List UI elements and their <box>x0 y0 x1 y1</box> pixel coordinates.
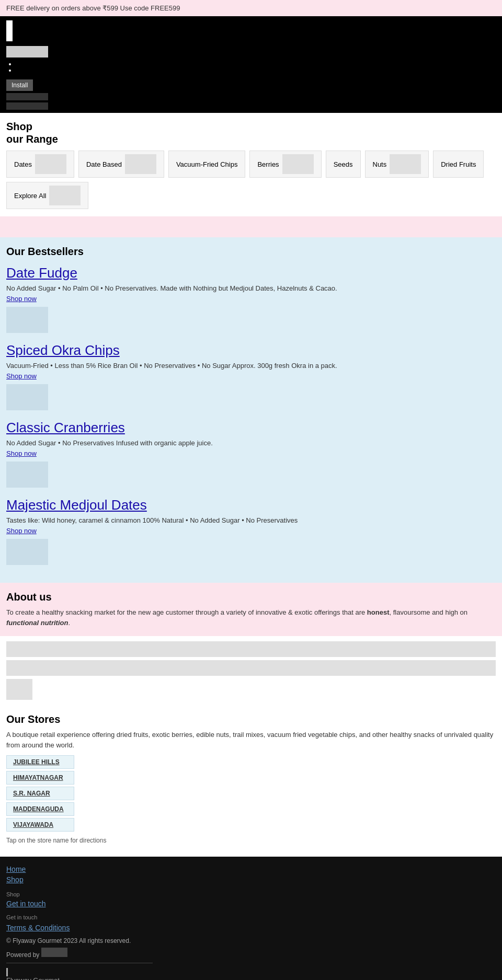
stores-description: A boutique retail experience offering dr… <box>6 730 496 750</box>
explore-all-image <box>49 186 81 205</box>
product-name-cranberries[interactable]: Classic Cranberries <box>6 420 496 436</box>
powered-by-logo <box>41 948 67 957</box>
top-banner-text: FREE delivery on orders above ₹599 Use c… <box>6 4 180 12</box>
about-description: To create a healthy snacking market for … <box>6 607 496 628</box>
product-img-medjoul-dates <box>6 539 48 565</box>
product-date-fudge: Date Fudge No Added Sugar • No Palm Oil … <box>6 265 496 333</box>
install-bar-line-1 <box>6 93 48 100</box>
header-bullet-2 <box>17 66 496 70</box>
berries-image <box>282 154 314 174</box>
date-based-image <box>125 154 156 174</box>
shop-range-heading: Shop our Range <box>6 120 496 145</box>
shop-range-pink-bar <box>0 216 502 237</box>
footer-divider <box>6 963 153 963</box>
category-seeds[interactable]: Seeds <box>326 151 361 178</box>
install-bar: Install <box>0 76 502 113</box>
install-bar-line-2 <box>6 102 48 110</box>
footer-get-in-touch-link[interactable]: Get in touch <box>6 900 46 908</box>
product-desc-date-fudge: No Added Sugar • No Palm Oil • No Preser… <box>6 284 496 292</box>
footer-get-in-touch-label: Get in touch <box>6 914 496 920</box>
stores-heading: Our Stores <box>6 713 496 725</box>
bestsellers-heading: Our Bestsellers <box>6 246 496 258</box>
store-list: JUBILEE HILLS HIMAYATNAGAR S.R. NAGAR MA… <box>6 755 496 832</box>
image-placeholder-2 <box>6 660 496 676</box>
bestsellers-section: Our Bestsellers Date Fudge No Added Suga… <box>0 237 502 583</box>
product-name-okra-chips[interactable]: Spiced Okra Chips <box>6 342 496 359</box>
footer-terms-link[interactable]: Terms & Conditions <box>6 924 70 932</box>
store-himayatnagar[interactable]: HIMAYATNAGAR <box>6 771 74 785</box>
footer-nav: Home Shop <box>6 865 496 884</box>
footer-terms[interactable]: Terms & Conditions <box>6 924 496 932</box>
footer-brand-name: Flyaway Gourmet <box>6 976 496 980</box>
shop-range-section: Shop our Range Dates Date Based Vacuum-F… <box>0 113 502 216</box>
stores-section: Our Stores A boutique retail experience … <box>0 705 502 857</box>
dates-image <box>35 154 66 174</box>
footer-shop-label: Shop <box>6 891 496 897</box>
product-okra-chips: Spiced Okra Chips Vacuum-Fried • Less th… <box>6 342 496 410</box>
shop-now-medjoul-dates[interactable]: Shop now <box>6 527 37 535</box>
shop-now-date-fudge[interactable]: Shop now <box>6 295 37 303</box>
product-name-medjoul-dates[interactable]: Majestic Medjoul Dates <box>6 497 496 513</box>
top-banner: FREE delivery on orders above ₹599 Use c… <box>0 0 502 16</box>
header-bullet-1 <box>17 60 496 64</box>
product-img-okra-chips <box>6 384 48 410</box>
image-placeholder-1 <box>6 641 496 657</box>
category-date-based[interactable]: Date Based <box>78 151 164 178</box>
category-berries[interactable]: Berries <box>249 151 321 178</box>
footer: Home Shop Shop Get in touch Get in touch… <box>0 857 502 980</box>
shop-now-cranberries[interactable]: Shop now <box>6 449 37 457</box>
footer-copyright: © Flyaway Gourmet 2023 All rights reserv… <box>6 937 496 944</box>
product-img-cranberries <box>6 462 48 488</box>
image-row <box>0 636 502 705</box>
header-menu-bullets <box>6 60 496 70</box>
product-desc-okra-chips: Vacuum-Fried • Less than 5% Rice Bran Oi… <box>6 362 496 370</box>
image-placeholder-3 <box>6 679 32 700</box>
footer-nav-shop[interactable]: Shop <box>6 875 496 884</box>
product-medjoul-dates: Majestic Medjoul Dates Tastes like: Wild… <box>6 497 496 565</box>
header-search-input[interactable] <box>6 46 48 57</box>
category-dried-fruits[interactable]: Dried Fruits <box>433 151 484 178</box>
shop-range-grid: Dates Date Based Vacuum-Fried Chips Berr… <box>6 151 496 216</box>
product-name-date-fudge[interactable]: Date Fudge <box>6 265 496 281</box>
nuts-image <box>390 154 421 174</box>
store-jubilee-hills[interactable]: JUBILEE HILLS <box>6 755 74 769</box>
category-nuts[interactable]: Nuts <box>365 151 429 178</box>
category-explore-all[interactable]: Explore All <box>6 182 88 209</box>
product-cranberries: Classic Cranberries No Added Sugar • No … <box>6 420 496 488</box>
install-button[interactable]: Install <box>6 79 33 91</box>
category-vacuum-fried[interactable]: Vacuum-Fried Chips <box>168 151 246 178</box>
store-tap-note: Tap on the store name for directions <box>6 837 496 844</box>
product-desc-cranberries: No Added Sugar • No Preservatives Infuse… <box>6 439 496 447</box>
header <box>0 16 502 76</box>
about-section: About us To create a healthy snacking ma… <box>0 583 502 636</box>
footer-nav-home[interactable]: Home <box>6 865 496 873</box>
store-vijayawada[interactable]: VIJAYAWADA <box>6 818 74 832</box>
category-dates[interactable]: Dates <box>6 151 74 178</box>
footer-powered-by: Powered by <box>6 948 496 959</box>
footer-get-in-touch[interactable]: Get in touch <box>6 900 496 908</box>
about-heading: About us <box>6 591 496 603</box>
product-desc-medjoul-dates: Tastes like: Wild honey, caramel & cinna… <box>6 516 496 524</box>
product-img-date-fudge <box>6 307 48 333</box>
header-logo <box>6 20 13 41</box>
footer-cursor <box>6 968 8 976</box>
shop-now-okra-chips[interactable]: Shop now <box>6 372 37 380</box>
store-maddenaguda[interactable]: MADDENAGUDA <box>6 802 74 816</box>
store-sr-nagar[interactable]: S.R. NAGAR <box>6 787 74 800</box>
